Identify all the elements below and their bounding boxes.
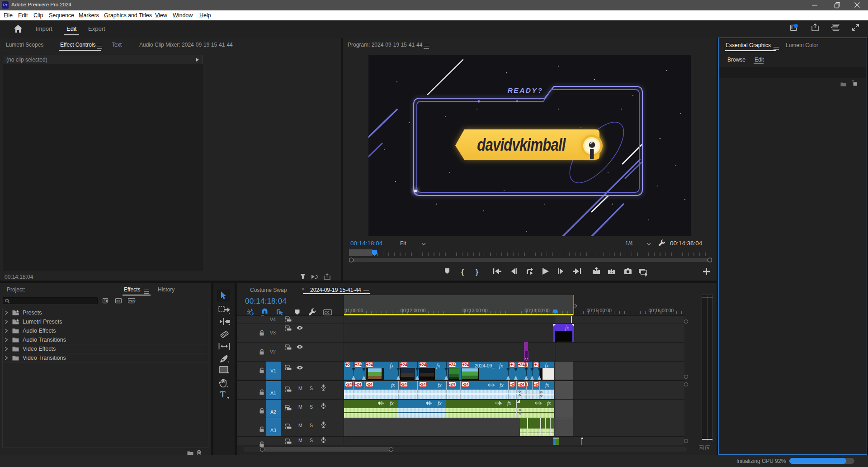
svg-text:}: }: [476, 268, 478, 276]
svg-text:{: {: [461, 268, 464, 276]
svg-text:T: T: [220, 390, 226, 399]
svg-text:CC: CC: [325, 310, 330, 315]
svg-text:READY?: READY?: [508, 86, 543, 94]
svg-text:YUV: YUV: [129, 300, 136, 303]
svg-text:davidvkimball: davidvkimball: [477, 135, 566, 154]
svg-text:32: 32: [116, 299, 120, 303]
